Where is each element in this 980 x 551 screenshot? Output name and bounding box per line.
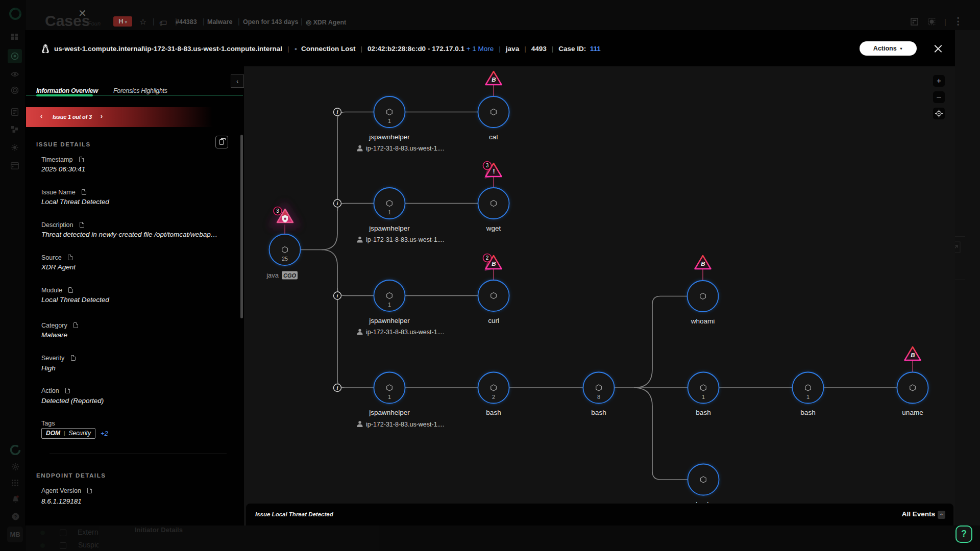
svg-text:java: java: [266, 271, 279, 279]
svg-text:B: B: [911, 352, 915, 358]
svg-text:1: 1: [806, 394, 810, 400]
svg-text:bash: bash: [696, 500, 710, 503]
svg-text:8: 8: [597, 394, 600, 400]
svg-text:bash: bash: [696, 409, 710, 416]
svg-text:2: 2: [486, 255, 489, 261]
svg-text:jspawnhelper: jspawnhelper: [369, 133, 410, 141]
svg-text:cat: cat: [489, 133, 498, 141]
svg-text:3: 3: [486, 163, 489, 168]
svg-text:jspawnhelper: jspawnhelper: [369, 409, 410, 416]
svg-text:2: 2: [492, 394, 495, 400]
svg-text:1: 1: [702, 394, 705, 400]
svg-text:i: i: [337, 109, 338, 115]
svg-text:bash: bash: [591, 409, 606, 416]
svg-text:?: ?: [14, 514, 17, 519]
svg-text:B: B: [701, 261, 705, 267]
svg-text:uname: uname: [902, 409, 923, 416]
svg-text:3: 3: [276, 208, 279, 214]
svg-text:1: 1: [388, 118, 391, 124]
svg-text:curl: curl: [488, 317, 499, 324]
svg-text:25: 25: [282, 256, 288, 262]
svg-text:wget: wget: [486, 224, 501, 232]
svg-text:ip-172-31-8-83.us-west-1....: ip-172-31-8-83.us-west-1....: [366, 145, 445, 152]
svg-text:1: 1: [388, 394, 391, 400]
svg-text:whoami: whoami: [691, 317, 715, 325]
svg-text:ip-172-31-8-83.us-west-1....: ip-172-31-8-83.us-west-1....: [366, 421, 445, 428]
svg-text:ip-172-31-8-83.us-west-1....: ip-172-31-8-83.us-west-1....: [366, 236, 445, 243]
svg-text:!: !: [493, 168, 495, 175]
svg-text:CGO: CGO: [283, 272, 297, 279]
svg-text:1: 1: [388, 209, 391, 215]
svg-text:1: 1: [388, 302, 391, 308]
svg-text:i: i: [337, 385, 338, 391]
svg-text:bash: bash: [800, 409, 815, 416]
svg-text:i: i: [337, 201, 338, 206]
svg-text:ip-172-31-8-83.us-west-1....: ip-172-31-8-83.us-west-1....: [366, 329, 445, 336]
svg-text:jspawnhelper: jspawnhelper: [369, 317, 410, 324]
svg-text:B: B: [492, 261, 496, 267]
svg-text:jspawnhelper: jspawnhelper: [369, 224, 410, 232]
svg-text:B: B: [492, 77, 496, 83]
svg-text:i: i: [337, 293, 338, 298]
svg-text:bash: bash: [486, 409, 501, 416]
